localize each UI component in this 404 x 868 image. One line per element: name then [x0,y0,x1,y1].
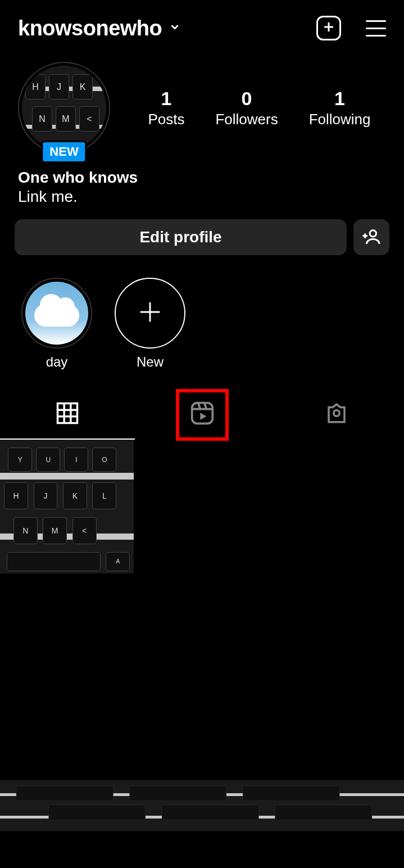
hamburger-icon [366,20,386,22]
header: knowsonewho [0,0,404,56]
chevron-down-icon [169,21,181,35]
profile-actions: Edit profile [0,206,404,255]
highlight-label: New [137,354,164,370]
svg-rect-7 [57,404,77,423]
following-count: 1 [334,88,345,110]
username: knowsonewho [18,16,162,40]
tab-tagged[interactable] [269,390,404,440]
add-person-icon [362,227,381,248]
grid-icon [56,401,79,427]
stats: 1 Posts 0 Followers 1 Following [133,88,386,128]
highlights: day New [0,255,404,370]
bottom-nav [0,780,404,831]
svg-point-2 [370,230,376,236]
posts-stat[interactable]: 1 Posts [148,88,184,128]
following-label: Following [309,111,371,128]
followers-stat[interactable]: 0 Followers [215,88,278,128]
plus-icon [322,20,335,36]
new-badge: NEW [41,141,87,163]
edit-profile-button[interactable]: Edit profile [15,219,347,255]
nav-profile[interactable] [348,792,378,821]
username-switcher[interactable]: knowsonewho [18,16,181,40]
followers-count: 0 [242,88,252,110]
display-name: One who knows [18,169,386,187]
plus-icon [137,299,163,327]
highlight-label: day [46,354,68,370]
avatar[interactable]: H J K N M < NEW [18,62,110,154]
menu-button[interactable] [366,20,386,37]
following-stat[interactable]: 1 Following [309,88,371,128]
discover-people-button[interactable] [353,219,389,255]
profile-row: H J K N M < NEW 1 Posts 0 Followers 1 Fo… [0,56,404,154]
svg-rect-12 [192,403,212,424]
highlight-new[interactable]: New [115,278,185,370]
tab-posts[interactable] [0,390,135,440]
followers-label: Followers [215,111,278,128]
avatar-image: H J K N M < [22,66,106,150]
tagged-icon [325,401,348,427]
posts-count: 1 [161,88,172,110]
highlight-thumb [25,282,88,345]
profile-tabs [0,390,404,440]
bio-text: Link me. [18,188,386,206]
nav-avatar-image [348,792,378,821]
header-actions [316,16,386,40]
highlight-day[interactable]: day [21,278,92,370]
svg-point-17 [334,410,340,417]
reels-icon [190,401,215,428]
tab-reels[interactable] [135,390,270,440]
posts-label: Posts [148,111,184,128]
post-thumb[interactable]: Y U I O H J K L N M < A [0,440,134,573]
posts-grid: Y U I O H J K L N M < A [0,440,404,573]
svg-marker-16 [200,413,206,420]
create-button[interactable] [316,16,341,40]
